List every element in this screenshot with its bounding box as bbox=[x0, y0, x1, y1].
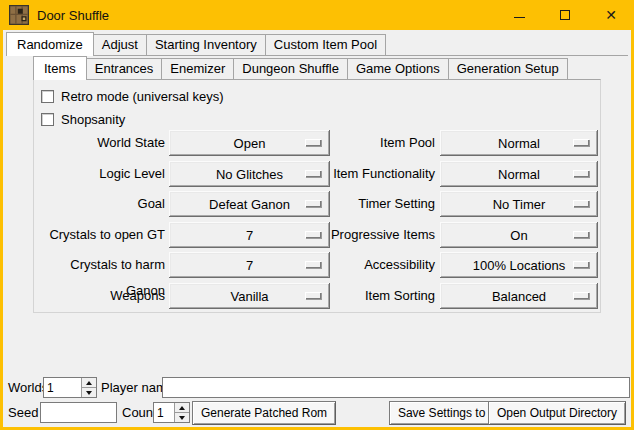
shopsanity-checkbox[interactable] bbox=[41, 113, 54, 126]
tab-generation-setup[interactable]: Generation Setup bbox=[448, 58, 568, 80]
worlds-spin-up-button[interactable] bbox=[82, 378, 96, 388]
progressive-items-value: On bbox=[510, 228, 527, 243]
worlds-spinner-buttons bbox=[81, 378, 96, 397]
tab-starting-inventory[interactable]: Starting Inventory bbox=[146, 34, 266, 56]
item-pool-dropdown[interactable]: Normal bbox=[440, 130, 598, 156]
worlds-spinner bbox=[43, 377, 97, 398]
seed-input[interactable] bbox=[40, 402, 117, 423]
goal-label: Goal bbox=[38, 191, 165, 217]
crystals-ganon-dropdown[interactable]: 7 bbox=[169, 252, 330, 278]
maximize-button[interactable] bbox=[542, 0, 588, 30]
worlds-input[interactable] bbox=[44, 378, 81, 397]
maximize-icon bbox=[560, 10, 570, 20]
timer-setting-label: Timer Setting bbox=[314, 191, 435, 217]
window-controls: ✕ bbox=[496, 0, 634, 30]
logic-level-value: No Glitches bbox=[216, 167, 283, 182]
items-tab-panel: Retro mode (universal keys) Shopsanity W… bbox=[33, 79, 601, 313]
weapons-dropdown[interactable]: Vanilla bbox=[169, 283, 330, 309]
dropdown-indicator-icon bbox=[573, 292, 589, 299]
crystals-ganon-value: 7 bbox=[246, 258, 253, 273]
main-tab-bar: Randomize Adjust Starting Inventory Cust… bbox=[6, 31, 628, 56]
accessibility-label: Accessibility bbox=[314, 252, 435, 278]
item-pool-label: Item Pool bbox=[314, 130, 435, 156]
dropdown-indicator-icon bbox=[573, 261, 589, 268]
tab-items[interactable]: Items bbox=[33, 56, 87, 80]
goal-value: Defeat Ganon bbox=[209, 197, 290, 212]
app-icon bbox=[9, 5, 29, 25]
arrow-down-icon bbox=[86, 391, 92, 395]
item-pool-value: Normal bbox=[498, 136, 540, 151]
progressive-items-label: Progressive Items bbox=[314, 222, 435, 248]
count-spin-down-button[interactable] bbox=[175, 413, 189, 422]
retro-mode-checkbox[interactable] bbox=[41, 90, 54, 103]
count-input[interactable] bbox=[154, 403, 174, 422]
worlds-spin-down-button[interactable] bbox=[82, 388, 96, 397]
tab-game-options[interactable]: Game Options bbox=[347, 58, 449, 80]
item-functionality-dropdown[interactable]: Normal bbox=[440, 161, 598, 187]
titlebar[interactable]: Door Shuffle ✕ bbox=[0, 0, 634, 30]
retro-mode-checkbox-row[interactable]: Retro mode (universal keys) bbox=[41, 87, 224, 105]
player-names-input[interactable] bbox=[162, 377, 630, 398]
count-spin-up-button[interactable] bbox=[175, 403, 189, 413]
shopsanity-label: Shopsanity bbox=[61, 112, 125, 127]
crystals-gt-dropdown[interactable]: 7 bbox=[169, 222, 330, 248]
item-sorting-dropdown[interactable]: Balanced bbox=[440, 283, 598, 309]
retro-mode-label: Retro mode (universal keys) bbox=[61, 89, 224, 104]
count-label: Count bbox=[122, 402, 157, 423]
item-functionality-value: Normal bbox=[498, 167, 540, 182]
crystals-gt-label: Crystals to open GT bbox=[38, 222, 165, 248]
crystals-gt-value: 7 bbox=[246, 228, 253, 243]
tab-entrances[interactable]: Entrances bbox=[86, 58, 163, 80]
tab-enemizer[interactable]: Enemizer bbox=[161, 58, 234, 80]
weapons-label: Weapons bbox=[38, 283, 165, 309]
shopsanity-checkbox-row[interactable]: Shopsanity bbox=[41, 110, 125, 128]
window-title: Door Shuffle bbox=[37, 8, 109, 23]
item-sorting-value: Balanced bbox=[492, 289, 546, 304]
weapons-value: Vanilla bbox=[230, 289, 268, 304]
arrow-up-icon bbox=[86, 381, 92, 385]
app-window: Door Shuffle ✕ Randomize Adjust Starting… bbox=[0, 0, 634, 430]
tab-custom-item-pool[interactable]: Custom Item Pool bbox=[265, 34, 386, 56]
logic-level-label: Logic Level bbox=[38, 161, 165, 187]
close-button[interactable]: ✕ bbox=[588, 0, 634, 30]
minimize-button[interactable] bbox=[496, 0, 542, 30]
dropdown-indicator-icon bbox=[573, 231, 589, 238]
count-spinner-buttons bbox=[174, 403, 189, 422]
dropdown-indicator-icon bbox=[573, 170, 589, 177]
goal-dropdown[interactable]: Defeat Ganon bbox=[169, 191, 330, 217]
tab-randomize[interactable]: Randomize bbox=[6, 32, 94, 56]
logic-level-dropdown[interactable]: No Glitches bbox=[169, 161, 330, 187]
close-icon: ✕ bbox=[605, 8, 617, 22]
generate-patched-rom-button[interactable]: Generate Patched Rom bbox=[192, 401, 336, 425]
timer-setting-value: No Timer bbox=[493, 197, 546, 212]
sub-tab-bar: Items Entrances Enemizer Dungeon Shuffle… bbox=[33, 56, 568, 80]
item-sorting-label: Item Sorting bbox=[314, 283, 435, 309]
accessibility-value: 100% Locations bbox=[473, 258, 566, 273]
world-state-dropdown[interactable]: Open bbox=[169, 130, 330, 156]
arrow-down-icon bbox=[179, 416, 185, 420]
crystals-ganon-label: Crystals to harm Ganon bbox=[38, 252, 165, 278]
minimize-icon bbox=[514, 17, 525, 18]
tab-adjust[interactable]: Adjust bbox=[93, 34, 147, 56]
open-output-directory-button[interactable]: Open Output Directory bbox=[488, 401, 626, 425]
arrow-up-icon bbox=[179, 406, 185, 410]
timer-setting-dropdown[interactable]: No Timer bbox=[440, 191, 598, 217]
tab-dungeon-shuffle[interactable]: Dungeon Shuffle bbox=[233, 58, 348, 80]
dropdown-indicator-icon bbox=[573, 200, 589, 207]
item-functionality-label: Item Functionality bbox=[314, 161, 435, 187]
world-state-label: World State bbox=[38, 130, 165, 156]
progressive-items-dropdown[interactable]: On bbox=[440, 222, 598, 248]
world-state-value: Open bbox=[234, 136, 266, 151]
dropdown-indicator-icon bbox=[573, 139, 589, 146]
accessibility-dropdown[interactable]: 100% Locations bbox=[440, 252, 598, 278]
count-spinner bbox=[153, 402, 190, 423]
